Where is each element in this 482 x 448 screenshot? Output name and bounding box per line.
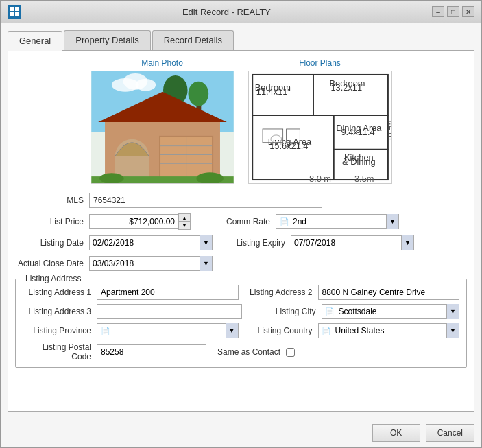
country-label: Listing Country [244, 326, 313, 335]
postal-row: Listing Postal Code Same as Contact [23, 342, 459, 362]
listing-date-dropdown[interactable]: 02/02/2018 ▼ [89, 235, 213, 250]
comm-rate-icon: 📄 [276, 217, 290, 226]
bottom-bar: OK Cancel [1, 418, 481, 447]
mls-label: MLS [15, 196, 84, 205]
photos-row: Main Photo [15, 58, 467, 184]
svg-rect-2 [10, 12, 14, 16]
main-panel: Main Photo [8, 51, 474, 412]
city-icon: 📄 [322, 307, 336, 316]
actual-close-dropdown[interactable]: 03/03/2018 ▼ [89, 256, 213, 271]
svg-text:3.5m: 3.5m [354, 174, 374, 183]
province-arrow[interactable]: ▼ [226, 323, 238, 338]
spin-buttons: ▲ ▼ [178, 213, 191, 230]
svg-point-11 [188, 82, 208, 106]
price-comm-row: List Price ▲ ▼ Comm Rate 📄 2nd ▼ [15, 213, 467, 230]
country-dropdown[interactable]: 📄 United States ▼ [318, 323, 460, 338]
dates-row: Listing Date 02/02/2018 ▼ Listing Expiry… [15, 235, 467, 250]
main-window: Edit Record - REALTY – □ ✕ General Prope… [0, 0, 482, 448]
addr3-row: Listing Address 3 Listing City 📄 Scottsd… [23, 304, 459, 319]
cancel-button[interactable]: Cancel [426, 424, 474, 442]
tab-record-details[interactable]: Record Details [152, 30, 234, 50]
content-area: General Property Details Record Details … [1, 23, 481, 418]
postal-input[interactable] [97, 344, 206, 359]
floor-plan-box[interactable]: Bedroom 11.4x11' Bedroom 13.2x11' Living… [248, 71, 392, 184]
address-group-legend: Listing Address [23, 274, 84, 283]
mls-row: MLS [15, 193, 467, 208]
close-date-row: Actual Close Date 03/03/2018 ▼ [15, 256, 467, 271]
floor-plan-label: Floor Plans [299, 58, 341, 68]
country-value: United States [333, 325, 447, 337]
title-bar: Edit Record - REALTY – □ ✕ [1, 1, 481, 23]
city-arrow[interactable]: ▼ [446, 304, 459, 319]
postal-label: Listing Postal Code [23, 342, 91, 362]
addr3-label: Listing Address 3 [23, 307, 91, 316]
addr2-input[interactable] [318, 285, 460, 300]
main-photo-box[interactable] [91, 71, 234, 184]
listing-date-arrow[interactable]: ▼ [200, 235, 212, 250]
addr1-label: Listing Address 1 [23, 287, 91, 297]
close-button[interactable]: ✕ [462, 6, 474, 17]
actual-close-value: 03/03/2018 [90, 257, 200, 270]
comm-rate-value: 2nd [290, 215, 386, 228]
addr3-input[interactable] [97, 304, 242, 319]
tab-property-details[interactable]: Property Details [64, 30, 150, 50]
country-arrow[interactable]: ▼ [446, 323, 459, 338]
tab-general[interactable]: General [8, 31, 62, 51]
country-icon: 📄 [319, 327, 333, 335]
svg-text:9.4x11.4': 9.4x11.4' [341, 127, 376, 137]
title-bar-left [8, 5, 21, 19]
window-title: Edit Record - REALTY [21, 7, 432, 17]
spin-up-button[interactable]: ▲ [179, 214, 190, 222]
province-dropdown[interactable]: 📄 ▼ [97, 323, 239, 338]
list-price-label: List Price [15, 217, 84, 226]
listing-expiry-value: 07/07/2018 [291, 237, 401, 249]
addr1-input[interactable] [97, 285, 239, 300]
comm-rate-arrow[interactable]: ▼ [386, 214, 398, 229]
svg-text:8.0 m: 8.0 m [309, 174, 330, 183]
listing-date-label: Listing Date [15, 238, 84, 248]
mls-input[interactable] [89, 193, 322, 208]
app-icon [8, 5, 21, 19]
comm-rate-label: Comm Rate [215, 217, 270, 226]
actual-close-arrow[interactable]: ▼ [200, 256, 212, 271]
listing-expiry-dropdown[interactable]: 07/07/2018 ▼ [291, 235, 414, 250]
svg-text:& Dining: & Dining [342, 156, 376, 167]
maximize-button[interactable]: □ [447, 6, 459, 17]
same-as-checkbox[interactable] [286, 348, 295, 357]
comm-rate-dropdown[interactable]: 📄 2nd ▼ [276, 214, 399, 229]
list-price-input[interactable] [89, 214, 178, 229]
addr2-label: Listing Address 2 [244, 287, 313, 297]
province-value [111, 329, 226, 332]
svg-rect-3 [15, 12, 19, 16]
svg-text:13.2x11': 13.2x11' [330, 82, 363, 93]
province-row: Listing Province 📄 ▼ Listing Country 📄 U… [23, 323, 459, 338]
province-icon: 📄 [97, 327, 111, 335]
svg-text:4.2 m: 4.2 m [387, 118, 391, 140]
ok-button[interactable]: OK [372, 424, 420, 442]
addr1-row: Listing Address 1 Listing Address 2 [23, 285, 459, 300]
minimize-button[interactable]: – [432, 6, 444, 17]
same-as-label: Same as Contact [212, 347, 280, 357]
city-dropdown[interactable]: 📄 Scottsdale ▼ [322, 304, 460, 319]
svg-point-7 [135, 79, 156, 91]
listing-address-group: Listing Address Listing Address 1 Listin… [15, 279, 467, 368]
province-label: Listing Province [23, 326, 91, 335]
svg-text:15.6x21.4': 15.6x21.4' [269, 141, 310, 151]
listing-date-value: 02/02/2018 [90, 237, 200, 249]
spin-down-button[interactable]: ▼ [179, 222, 190, 229]
title-controls: – □ ✕ [432, 6, 474, 17]
main-photo-label: Main Photo [141, 58, 183, 68]
list-price-spinner: ▲ ▼ [89, 213, 191, 230]
svg-rect-0 [10, 7, 14, 11]
floor-plan-section: Floor Plans Bedroom [248, 58, 392, 184]
city-label: Listing City [248, 307, 316, 316]
listing-expiry-label: Listing Expiry [230, 238, 285, 248]
city-value: Scottsdale [336, 305, 447, 318]
actual-close-label: Actual Close Date [15, 259, 84, 268]
tab-bar: General Property Details Record Details [8, 30, 474, 51]
svg-rect-1 [15, 7, 19, 11]
main-photo-section: Main Photo [91, 58, 234, 184]
listing-expiry-arrow[interactable]: ▼ [401, 235, 413, 250]
svg-text:11.4x11': 11.4x11' [256, 86, 289, 97]
